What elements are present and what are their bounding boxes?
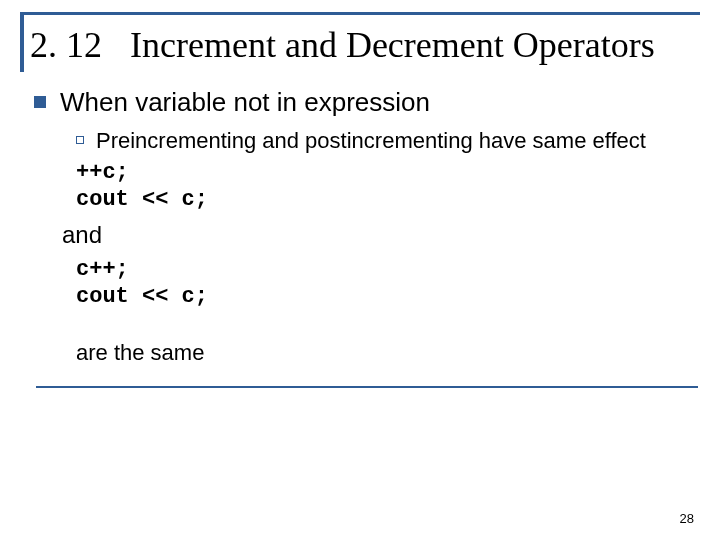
title-border: 2. 12Increment and Decrement Operators [20, 12, 700, 72]
and-text: and [34, 221, 700, 249]
bottom-rule [36, 386, 698, 388]
bullet-level1: When variable not in expression [34, 86, 700, 119]
square-outline-bullet-icon [76, 136, 84, 144]
bullet-level2: Preincrementing and postincrementing hav… [76, 127, 700, 155]
square-bullet-icon [34, 96, 46, 108]
level2-text: Preincrementing and postincrementing hav… [96, 127, 646, 155]
conclusion-text: are the same [34, 340, 700, 366]
code-block-1: ++c; cout << c; [34, 160, 700, 213]
title-text: Increment and Decrement Operators [130, 25, 655, 65]
code-block-2: c++; cout << c; [34, 257, 700, 310]
level1-text: When variable not in expression [60, 86, 430, 119]
slide: 2. 12Increment and Decrement Operators W… [0, 0, 720, 540]
level2-container: Preincrementing and postincrementing hav… [34, 127, 700, 155]
section-number: 2. 12 [30, 25, 102, 66]
page-number: 28 [680, 511, 694, 526]
slide-title: 2. 12Increment and Decrement Operators [30, 25, 696, 66]
slide-body: When variable not in expression Preincre… [20, 86, 700, 388]
